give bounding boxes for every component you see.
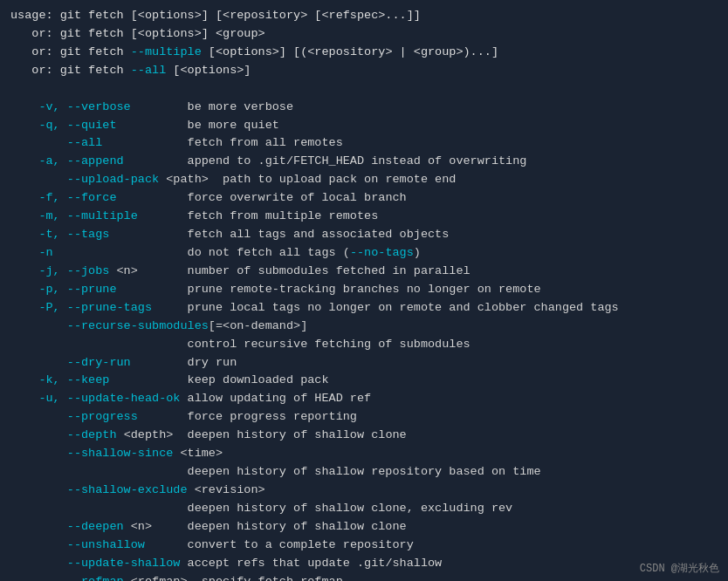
usage-line-1: usage: git fetch [<options>] [<repositor… [10, 7, 718, 25]
opt-depth: --depth <depth> deepen history of shallo… [10, 427, 718, 445]
opt-recurse-desc: control recursive fetching of submodules [10, 336, 718, 354]
opt-quiet: -q, --quiet be more quiet [10, 117, 718, 135]
terminal: usage: git fetch [<options>] [<repositor… [10, 7, 718, 581]
usage-line-4: or: git fetch --all [<options>] [10, 62, 718, 80]
opt-unshallow: --unshallow convert to a complete reposi… [10, 537, 718, 555]
footer-watermark: CSDN @湖光秋色 [640, 561, 719, 576]
opt-update-shallow: --update-shallow accept refs that update… [10, 555, 718, 573]
opt-shallow-since-desc: deepen history of shallow repository bas… [10, 463, 718, 482]
opt-tags: -t, --tags fetch all tags and associated… [10, 226, 718, 244]
opt-prune-tags: -P, --prune-tags prune local tags no lon… [10, 299, 718, 318]
opt-append: -a, --append append to .git/FETCH_HEAD i… [10, 153, 718, 171]
blank-line-1 [10, 80, 718, 99]
opt-shallow-exclude: --shallow-exclude <revision> [10, 482, 718, 500]
opt-jobs: -j, --jobs <n> number of submodules fetc… [10, 263, 718, 281]
opt-multiple: -m, --multiple fetch from multiple remot… [10, 208, 718, 226]
usage-line-3: or: git fetch --multiple [<options>] [(<… [10, 44, 718, 62]
opt-keep: -k, --keep keep downloaded pack [10, 372, 718, 390]
opt-force: -f, --force force overwrite of local bra… [10, 189, 718, 208]
opt-deepen: --deepen <n> deepen history of shallow c… [10, 518, 718, 537]
opt-upload-pack: --upload-pack <path> path to upload pack… [10, 171, 718, 189]
opt-dry-run: --dry-run dry run [10, 354, 718, 373]
usage-line-2: or: git fetch [<options>] <group> [10, 25, 718, 44]
opt-shallow-since: --shallow-since <time> [10, 445, 718, 463]
opt-update-head: -u, --update-head-ok allow updating of H… [10, 390, 718, 408]
opt-prune: -p, --prune prune remote-tracking branch… [10, 281, 718, 299]
opt-verbose: -v, --verbose be more verbose [10, 99, 718, 117]
opt-all: --all fetch from all remotes [10, 134, 718, 153]
opt-refmap: --refmap <refmap> specify fetch refmap [10, 573, 718, 581]
opt-shallow-exclude-desc: deepen history of shallow clone, excludi… [10, 500, 718, 518]
opt-n: -n do not fetch all tags (--no-tags) [10, 244, 718, 263]
opt-recurse: --recurse-submodules[=<on-demand>] [10, 318, 718, 336]
opt-progress: --progress force progress reporting [10, 408, 718, 427]
